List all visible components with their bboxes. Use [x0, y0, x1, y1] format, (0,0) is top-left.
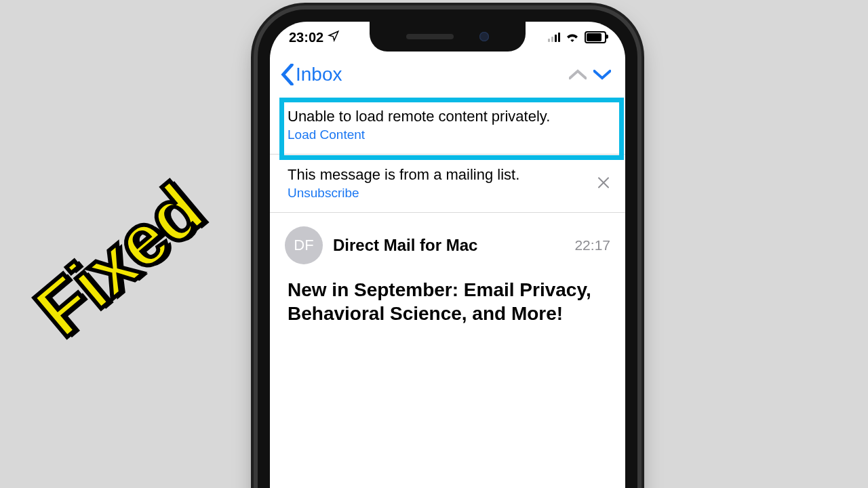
mailing-list-text: This message is from a mailing list.: [288, 166, 610, 184]
load-content-link[interactable]: Load Content: [288, 127, 610, 142]
remote-content-text: Unable to load remote content privately.: [288, 108, 610, 125]
cellular-icon: [548, 33, 560, 42]
dismiss-banner-button[interactable]: [597, 173, 610, 194]
thumbnail-canvas: 23:02: [0, 0, 868, 488]
status-right: [548, 30, 606, 45]
sender-row[interactable]: DF Direct Mail for Mac 22:17: [270, 212, 625, 278]
status-bar: 23:02: [270, 22, 625, 53]
close-icon: [597, 176, 610, 189]
chevron-left-icon: [281, 64, 294, 85]
sender-name: Direct Mail for Mac: [333, 236, 564, 255]
prev-message-button[interactable]: [566, 62, 590, 87]
back-label: Inbox: [296, 64, 342, 85]
chevron-down-icon: [593, 66, 611, 83]
next-message-button[interactable]: [590, 62, 614, 87]
sender-avatar: DF: [285, 226, 323, 264]
status-time: 23:02: [289, 30, 323, 45]
phone-frame: 23:02: [258, 9, 637, 488]
nav-bar: Inbox: [270, 58, 625, 99]
unsubscribe-link[interactable]: Unsubscribe: [288, 186, 610, 201]
message-time: 22:17: [574, 237, 610, 253]
message-subject: New in September: Email Privacy, Behavio…: [270, 278, 625, 325]
status-left: 23:02: [289, 30, 340, 45]
message-content: Unable to load remote content privately.…: [270, 96, 625, 325]
mailing-list-banner: This message is from a mailing list. Uns…: [270, 154, 625, 212]
phone-screen: 23:02: [270, 22, 625, 488]
remote-content-banner: Unable to load remote content privately.…: [270, 96, 625, 154]
location-icon: [328, 30, 340, 45]
fixed-stamp: Fixed: [19, 167, 218, 354]
back-button[interactable]: Inbox: [281, 64, 342, 85]
chevron-up-icon: [569, 66, 587, 83]
wifi-icon: [565, 30, 580, 45]
battery-icon: [585, 31, 606, 43]
